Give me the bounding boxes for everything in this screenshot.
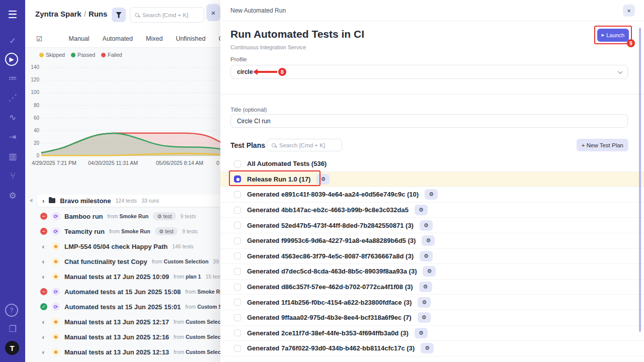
test-plan-row[interactable]: Generated d86c357f-57ee-462d-b702-0772ca…	[220, 280, 644, 295]
run-list-item[interactable]: ◐ ✺ Manual tests at 13 Jun 2025 12:16 fr…	[25, 329, 220, 344]
run-list-item[interactable]: − ⟳ Bamboo run from Smoke Run ⚙ test 9 t…	[25, 209, 220, 224]
plan-checkbox[interactable]	[234, 207, 241, 214]
runs-search-input[interactable]	[142, 12, 199, 18]
runs-panel-header: Zyntra Spark/Runs ×	[25, 0, 220, 30]
new-automated-run-drawer: New Automated Run × Run Automated Tests …	[220, 0, 644, 362]
select-all-icon[interactable]: ☑	[36, 35, 43, 43]
plan-label: Generated 7a76f022-93d0-434b-b462-bb8114…	[247, 344, 415, 352]
profile-select[interactable]: circle	[230, 65, 628, 79]
plan-checkbox[interactable]	[234, 314, 241, 321]
panel-close-button[interactable]: ×	[206, 4, 220, 21]
breadcrumb-project[interactable]: Zyntra Spark	[35, 10, 82, 18]
plan-settings-button[interactable]: ⚙	[420, 251, 433, 261]
test-plans-search-input[interactable]	[279, 142, 337, 148]
plan-settings-button[interactable]: ⚙	[421, 343, 434, 353]
tab-automated[interactable]: Automated	[103, 35, 133, 42]
run-list-item[interactable]: ◐ ✺ Manual tests at 13 Jun 2025 12:17 fr…	[25, 314, 220, 329]
pulse-icon[interactable]: ∿	[5, 110, 20, 125]
plan-checkbox[interactable]	[234, 268, 241, 275]
manual-run-icon: ✺	[52, 257, 60, 265]
logo-avatar[interactable]: T	[5, 341, 19, 355]
runs-search[interactable]	[130, 7, 204, 23]
legend-skipped: Skipped	[39, 52, 65, 58]
run-list-item[interactable]: − ⟳ Automated tests at 15 Jun 2025 15:08…	[25, 284, 220, 299]
test-plan-row[interactable]: Generated d7dec5cd-8cda-463d-8b5c-89039f…	[220, 264, 644, 280]
plan-settings-button[interactable]: ⚙	[316, 174, 330, 185]
import-icon[interactable]: ⇥	[5, 129, 20, 144]
test-plan-row[interactable]: Generated 7a76f022-93d0-434b-b462-bb8114…	[220, 341, 644, 356]
plan-settings-button[interactable]: ⚙	[419, 282, 432, 292]
test-plan-row[interactable]: Generated 4bb147ac-eb2c-4663-b99b-9c8e3c…	[220, 203, 644, 218]
plan-settings-button[interactable]: ⚙	[420, 220, 433, 231]
analytics-icon[interactable]: ▥	[5, 149, 20, 164]
gear-icon: ⚙	[423, 284, 428, 290]
runs-icon[interactable]: ▶	[5, 53, 18, 66]
plan-checkbox[interactable]	[234, 237, 241, 244]
plan-label: Generated 9ffaaa02-975d-4b3e-8ee4-bcf318…	[247, 314, 412, 321]
help-icon[interactable]: ?	[5, 304, 18, 317]
search-icon	[272, 143, 276, 147]
filter-icon	[116, 12, 122, 18]
drawer-scrollbar[interactable]	[639, 28, 641, 332]
launch-button[interactable]: ▶ Launch	[597, 29, 629, 42]
test-plan-row[interactable]: Generated 2ce11f7d-38ef-44fe-b353-4f694f…	[220, 326, 644, 341]
expand-chevron-icon[interactable]: ›	[42, 197, 44, 205]
tab-unfinished[interactable]: Unfinished	[176, 35, 205, 42]
plan-checkbox[interactable]	[234, 191, 241, 198]
plan-checkbox[interactable]	[234, 252, 241, 259]
plan-checkbox[interactable]	[234, 345, 241, 352]
plan-settings-button[interactable]: ⚙	[422, 235, 435, 246]
new-test-plan-button[interactable]: + New Test Plan	[577, 139, 628, 151]
docs-icon[interactable]: ❐	[5, 321, 20, 336]
runs-trend-chart: 0204060801001201404/29/2025 7:21 PM04/30…	[41, 64, 220, 156]
run-from: from Custom Selection	[174, 334, 220, 340]
plan-settings-button[interactable]: ⚙	[425, 189, 438, 200]
test-plan-row[interactable]: Generated e891c41f-8039-4e64-aa24-e0d56e…	[220, 187, 644, 203]
milestones-icon[interactable]: ⋰	[5, 90, 20, 105]
test-plan-row[interactable]: Generated 9ffaaa02-975d-4b3e-8ee4-bcf318…	[220, 310, 644, 326]
settings-icon[interactable]: ⚙	[5, 188, 20, 203]
plan-checkbox[interactable]	[234, 175, 241, 183]
test-plan-row[interactable]: All Automated Tests (536)	[220, 156, 644, 172]
test-plan-row[interactable]: Release Run 1.0 (17) ⚙	[220, 172, 644, 188]
gear-icon: ⚙	[424, 253, 429, 259]
run-title: Manual tests at 17 Jun 2025 10:09	[64, 273, 169, 281]
tests-icon[interactable]: ✓	[5, 33, 20, 48]
plan-settings-button[interactable]: ⚙	[418, 312, 431, 323]
menu-icon[interactable]: ☰	[5, 7, 20, 22]
plan-settings-button[interactable]: ⚙	[415, 328, 428, 338]
plans-icon[interactable]: ≔	[5, 70, 20, 85]
plan-checkbox[interactable]	[234, 284, 241, 291]
plan-settings-button[interactable]: ⚙	[423, 266, 436, 277]
plan-checkbox[interactable]	[234, 329, 241, 336]
x-axis-tick: 0	[216, 160, 219, 166]
plan-checkbox[interactable]	[234, 160, 241, 167]
plan-checkbox[interactable]	[234, 222, 241, 229]
tab-manual[interactable]: Manual	[69, 35, 90, 42]
test-plan-row[interactable]: Generated 1f14b256-f0bc-4154-a622-b23800…	[220, 295, 644, 310]
run-title: Chat functinality test Copy	[64, 258, 147, 265]
test-plan-row[interactable]: Generated f99953c6-9d6a-4227-91a8-e4a882…	[220, 233, 644, 249]
drawer-close-button[interactable]: ×	[623, 5, 635, 17]
y-axis-tick: 80	[27, 103, 39, 108]
title-input[interactable]	[230, 114, 628, 128]
page-subtitle: Continuous Integration Service	[230, 44, 306, 50]
run-list-item[interactable]: − ⟳ Teamcity run from Smoke Run ⚙ test 9…	[25, 224, 220, 239]
plan-settings-button[interactable]: ⚙	[418, 297, 431, 308]
run-list-item[interactable]: ◐ ✺ Manual tests at 17 Jun 2025 10:09 fr…	[25, 269, 220, 284]
test-plan-row[interactable]: Generated 4563ec86-3f79-4e5c-8087-8f7636…	[220, 249, 644, 264]
plan-settings-button[interactable]: ⚙	[415, 205, 428, 215]
run-list-item[interactable]: ◐ ✺ Chat functinality test Copy from Cus…	[25, 254, 220, 269]
run-list-item[interactable]: ◐ ✺ LMP-554 05/04 check Happy Path 146 t…	[25, 239, 220, 254]
branch-icon[interactable]: ⑂	[5, 168, 20, 184]
legend-dot	[71, 53, 75, 57]
milestone-row[interactable]: › Bravo milestone 124 tests 33 runs	[37, 195, 220, 207]
plan-label: Generated f99953c6-9d6a-4227-91a8-e4a882…	[247, 237, 416, 244]
test-plans-search[interactable]	[267, 139, 342, 151]
run-list-item[interactable]: ✓ ⟳ Automated tests at 15 Jun 2025 15:01…	[25, 299, 220, 314]
plan-checkbox[interactable]	[234, 299, 241, 306]
test-plan-row[interactable]: Generated 52ed47b5-473f-44ff-8ded-7b2842…	[220, 218, 644, 233]
filter-button[interactable]	[112, 8, 126, 22]
run-list-item[interactable]: ◐ ✺ Manual tests at 13 Jun 2025 12:13 fr…	[25, 344, 220, 359]
tab-mixed[interactable]: Mixed	[146, 35, 163, 42]
